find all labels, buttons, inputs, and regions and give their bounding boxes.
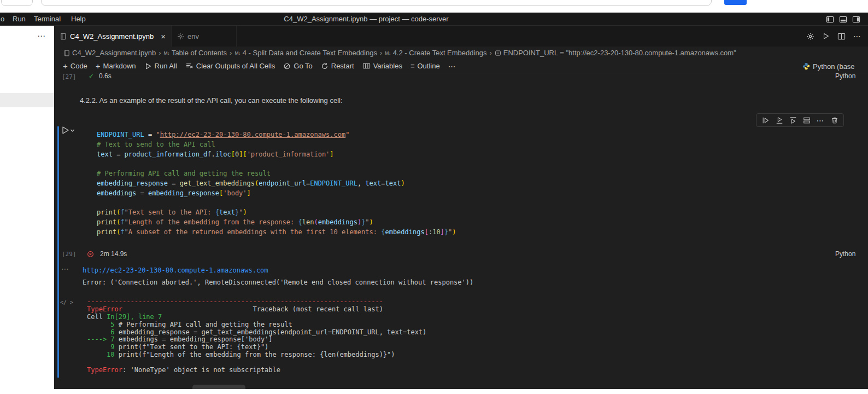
outline-button[interactable]: ≡ Outline — [410, 62, 440, 70]
traceback-output: ----------------------------------------… — [87, 298, 426, 374]
run-by-line-icon[interactable] — [762, 117, 770, 124]
add-markdown-cell-button[interactable]: + Markdown — [96, 62, 136, 70]
notebook-file-icon — [63, 50, 70, 56]
go-to-button[interactable]: Go To — [283, 62, 312, 70]
background-window-element — [192, 385, 245, 389]
menu-item-go-partial[interactable]: o — [1, 13, 4, 26]
breadcrumb-separator: › — [380, 49, 382, 57]
menu-item-help[interactable]: Help — [71, 13, 86, 26]
code-line: print(f"A subset of the returned embeddi… — [97, 228, 456, 237]
tb-line: 5 # Performing API call and getting the … — [87, 321, 426, 329]
code-line: embeddings = embedding_response['body'] — [97, 189, 456, 199]
clear-outputs-button[interactable]: Clear Outputs of All Cells — [185, 62, 275, 70]
split-editor-icon[interactable] — [837, 32, 846, 40]
prev-cell-execution-count: [27] — [62, 73, 77, 80]
breadcrumb-label: ENDPOINT_URL = "http://ec2-23-20-130-80.… — [503, 49, 736, 57]
restart-kernel-button[interactable]: Restart — [321, 62, 354, 70]
prev-cell-duration: 0.6s — [99, 72, 112, 80]
code-line: ENDPOINT_URL = "http://ec2-23-20-130-80.… — [97, 130, 456, 140]
toggle-panel-icon[interactable] — [839, 15, 847, 24]
markdown-icon: M↓ — [385, 50, 390, 56]
execute-below-icon[interactable] — [776, 117, 783, 124]
code-line — [97, 159, 456, 169]
more-actions-icon[interactable]: ⋯ — [817, 116, 825, 125]
markdown-icon: M↓ — [234, 50, 240, 56]
markdown-icon: M↓ — [164, 50, 169, 56]
editor-tab-bar: C4_W2_Assignment.ipynb × env ⋯ — [54, 26, 868, 47]
symbol-code-icon — [495, 50, 501, 56]
gear-icon — [177, 33, 184, 40]
kernel-label: Python (base — [813, 62, 855, 71]
variables-button[interactable]: Variables — [362, 62, 402, 70]
run-all-button[interactable]: Run All — [144, 62, 177, 70]
toolbar-more-button[interactable]: ⋯ — [448, 62, 456, 71]
breadcrumb-label: 4.2 - Create Text Embeddings — [393, 49, 487, 57]
notebook-settings-gear-icon[interactable] — [806, 32, 814, 40]
restart-icon — [321, 62, 329, 70]
more-actions-icon: ⋯ — [448, 62, 456, 71]
notebook-toolbar: + Code + Markdown Run All Clear Outputs … — [54, 59, 868, 73]
window-title: C4_W2_Assignment.ipynb — project — code-… — [284, 13, 448, 26]
code-line: text = product_information_df.iloc[0]['p… — [97, 150, 456, 160]
tab-env[interactable]: env — [172, 26, 237, 47]
execute-above-icon[interactable] — [789, 117, 797, 124]
output-error-line: Error: ('Connection aborted.', RemoteDis… — [83, 279, 473, 286]
breadcrumb-separator: › — [159, 49, 161, 57]
output-options-icon[interactable]: ⋯ — [61, 264, 69, 273]
cell-language[interactable]: Python — [835, 250, 855, 258]
code-line: # Performing API call and getting the re… — [97, 169, 456, 179]
run-cell-button[interactable] — [61, 126, 75, 135]
browser-chrome-strip — [0, 0, 868, 13]
variables-icon — [362, 62, 371, 70]
notebook-file-icon — [60, 33, 67, 40]
background-window-row — [0, 93, 54, 107]
error-icon — [87, 251, 94, 258]
close-tab-icon[interactable]: × — [161, 32, 166, 40]
kernel-picker[interactable]: Python (base — [802, 59, 855, 73]
titlebar: o Run Terminal Help C4_W2_Assignment.ipy… — [0, 13, 868, 26]
code-line — [97, 198, 456, 208]
code-line: print(f"Text sent to the API: {text}") — [97, 208, 456, 218]
delete-cell-icon[interactable] — [831, 117, 838, 124]
cell-toolbar: ⋯ — [756, 113, 844, 127]
menu-item-run[interactable]: Run — [13, 13, 26, 26]
more-icon[interactable]: ⋯ — [37, 31, 45, 41]
run-icon[interactable] — [822, 32, 830, 40]
tb-line: 6 embedding_response = get_text_embeddin… — [87, 329, 426, 337]
tab-notebook[interactable]: C4_W2_Assignment.ipynb × — [54, 26, 172, 47]
breadcrumb-separator: › — [489, 49, 491, 57]
breadcrumb-section-4-2[interactable]: M↓ 4.2 - Create Text Embeddings — [385, 49, 486, 57]
run-all-icon — [144, 62, 152, 70]
browser-address-bar[interactable] — [41, 0, 712, 6]
browser-action-button[interactable] — [724, 0, 747, 5]
tb-line: ----> 7 embeddings = embedding_response[… — [87, 336, 426, 344]
go-to-icon — [283, 62, 291, 70]
split-cell-icon[interactable] — [803, 117, 811, 124]
menu-item-terminal[interactable]: Terminal — [34, 13, 61, 26]
breadcrumb-label: Table of Contents — [172, 49, 227, 57]
tb-line: 10 print(f"Length of the embedding from … — [87, 351, 426, 359]
breadcrumb-file[interactable]: C4_W2_Assignment.ipynb — [63, 49, 156, 57]
markdown-cell-text: 4.2.2. As an example of the result of th… — [80, 96, 343, 105]
output-link[interactable]: http://ec2-23-20-130-80.compute-1.amazon… — [83, 266, 268, 274]
breadcrumb-label: C4_W2_Assignment.ipynb — [72, 49, 156, 57]
cell-duration: 2m 14.9s — [100, 250, 127, 258]
code-output-mime-icon: </ > — [60, 299, 73, 305]
toggle-sidebar-icon[interactable] — [826, 15, 834, 24]
outline-icon: ≡ — [410, 62, 415, 70]
code-cell-editor[interactable]: ENDPOINT_URL = "http://ec2-23-20-130-80.… — [97, 130, 456, 237]
more-actions-icon[interactable]: ⋯ — [853, 32, 861, 40]
breadcrumb-separator: › — [230, 49, 232, 57]
breadcrumb-toc[interactable]: M↓ Table of Contents — [164, 49, 227, 57]
bottom-background-strip — [0, 389, 868, 394]
breadcrumb-code-cell[interactable]: ENDPOINT_URL = "http://ec2-23-20-130-80.… — [495, 49, 736, 57]
cell-execution-count: [29] — [62, 251, 77, 258]
background-window-panel: ⋯ — [0, 26, 54, 389]
breadcrumb-section-4[interactable]: M↓ 4 - Split Data and Create Text Embedd… — [234, 49, 377, 57]
prev-cell-language[interactable]: Python — [835, 72, 855, 80]
toggle-secondary-sidebar-icon[interactable] — [852, 15, 860, 24]
browser-tab-remnant[interactable] — [1, 0, 33, 6]
success-check-icon: ✓ — [89, 72, 94, 80]
plus-icon: + — [96, 62, 101, 70]
add-code-cell-button[interactable]: + Code — [63, 62, 87, 70]
